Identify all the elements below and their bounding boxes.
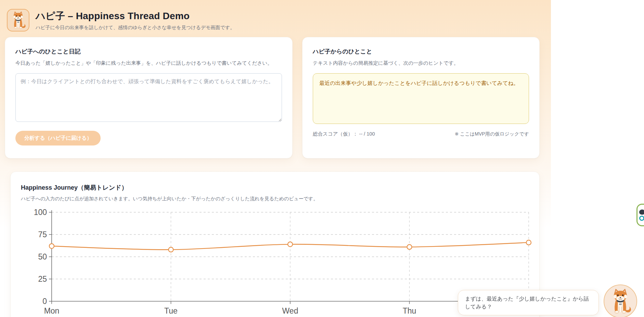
browser-side-panel-widget[interactable]	[636, 204, 644, 226]
app-root: ハピ子 – Happiness Thread Demo ハピ子に今日の出来事を話…	[0, 0, 551, 317]
hint-message-box: 最近の出来事や少し嬉しかったことをハピ子に話しかけるつもりで書いてみてね。	[313, 73, 529, 124]
svg-text:Thu: Thu	[403, 306, 416, 315]
svg-text:100: 100	[34, 208, 47, 217]
hint-message: 最近の出来事や少し嬉しかったことをハピ子に話しかけるつもりで書いてみてね。	[319, 80, 519, 86]
svg-text:25: 25	[38, 275, 47, 283]
header: ハピ子 – Happiness Thread Demo ハピ子に今日の出来事を話…	[0, 0, 551, 34]
trend-card-title: Happiness Journey（簡易トレンド）	[21, 183, 529, 192]
hapiko-avatar-icon	[7, 9, 29, 31]
hint-card-description: テキスト内容からの簡易推定に基づく、次の一歩のヒントです。	[313, 60, 529, 67]
shiba-avatar-icon	[607, 288, 634, 315]
cards-row: ハピ子へのひとこと日記 今日あった「嬉しかったこと」や「印象に残った出来事」を、…	[5, 37, 540, 158]
extension-teal-icon	[639, 216, 644, 221]
svg-text:75: 75	[38, 230, 47, 239]
svg-text:Wed: Wed	[282, 306, 298, 315]
score-row: 総合スコア（仮）： -- / 100 ※ ここはMVP用の仮ロジックです	[313, 131, 529, 137]
diary-card-title: ハピ子へのひとこと日記	[15, 48, 282, 55]
chat-bubble: まずは、最近あった『少し嬉しかったこと』から話してみる？	[458, 290, 599, 316]
header-text: ハピ子 – Happiness Thread Demo ハピ子に今日の出来事を話…	[36, 10, 235, 31]
svg-text:Tue: Tue	[164, 306, 178, 315]
hint-card-title: ハピ子からのひとこと	[313, 48, 529, 55]
page-subtitle: ハピ子に今日の出来事を話しかけて、感情のゆらぎと小さな幸せを見つけるデモ画面です…	[36, 25, 235, 31]
diary-card: ハピ子へのひとこと日記 今日あった「嬉しかったこと」や「印象に残った出来事」を、…	[5, 37, 293, 158]
diary-input[interactable]	[15, 73, 282, 122]
extension-dark-icon	[639, 210, 644, 215]
trend-card-description: ハピ子への入力のたびに点が追加されていきます。いつ気持ちが上向いたか・下がったか…	[21, 196, 529, 202]
svg-text:50: 50	[38, 252, 47, 261]
chart-area: 0255075100MonTueWedThuFri	[21, 207, 529, 317]
chat-avatar-button[interactable]	[604, 284, 637, 317]
svg-text:0: 0	[42, 297, 47, 306]
svg-text:Mon: Mon	[44, 306, 60, 315]
hint-card: ハピ子からのひとこと テキスト内容からの簡易推定に基づく、次の一歩のヒントです。…	[302, 37, 540, 158]
happiness-trend-chart: 0255075100MonTueWedThuFri	[21, 207, 531, 317]
analyze-button[interactable]: 分析する（ハピ子に届ける）	[15, 131, 101, 145]
diary-card-description: 今日あった「嬉しかったこと」や「印象に残った出来事」を、ハピ子に話しかけるつもり…	[15, 60, 282, 67]
mvp-logic-note: ※ ここはMVP用の仮ロジックです	[455, 131, 529, 137]
page-title: ハピ子 – Happiness Thread Demo	[36, 10, 235, 23]
total-score: 総合スコア（仮）： -- / 100	[313, 131, 375, 137]
chat-bubble-text: まずは、最近あった『少し嬉しかったこと』から話してみる？	[465, 296, 589, 309]
